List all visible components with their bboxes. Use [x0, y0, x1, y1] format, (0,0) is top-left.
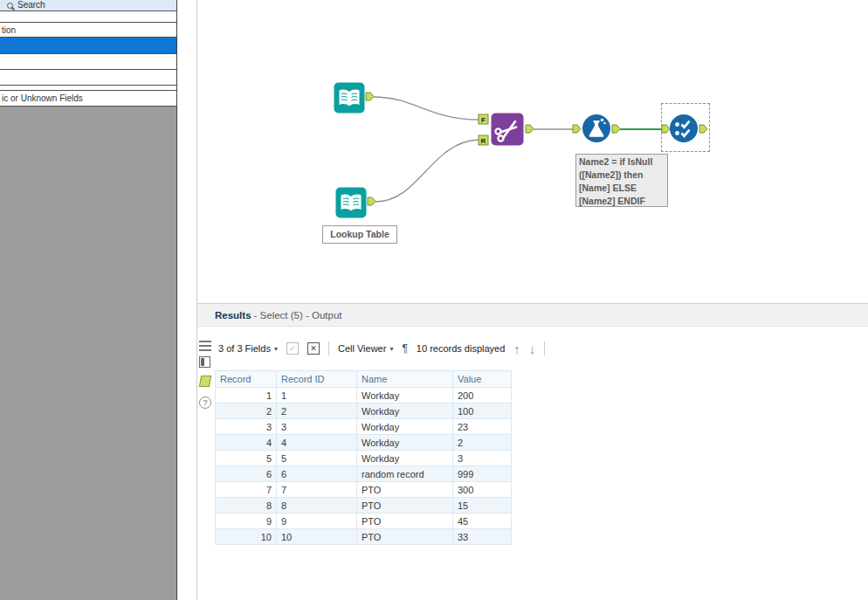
table-row[interactable]: 11Workday200 — [216, 388, 512, 403]
field-search-box[interactable]: Search — [0, 0, 176, 11]
config-disabled-area — [0, 107, 176, 600]
table-cell: PTO — [357, 498, 453, 514]
table-row[interactable]: 44Workday2 — [216, 435, 512, 451]
table-cell: 9 — [216, 514, 277, 529]
field-list-header: tion — [0, 22, 176, 38]
chevron-down-icon: ▾ — [274, 345, 278, 353]
cell-viewer-dropdown[interactable]: Cell Viewer ▾ — [338, 343, 393, 354]
book-icon — [334, 82, 365, 114]
connection-output-icon[interactable] — [199, 376, 211, 387]
unknown-fields-label: ic or Unknown Fields — [2, 93, 83, 103]
results-toolbar: 3 of 3 Fields ▾ ✓ ✕ Cell Viewer ▾ ¶ 10 r… — [218, 337, 545, 360]
table-view-icon[interactable] — [199, 339, 211, 355]
input-data-tool-2[interactable] — [335, 187, 367, 222]
column-header[interactable]: Record ID — [277, 371, 357, 388]
table-cell: Workday — [357, 403, 453, 419]
table-cell: PTO — [357, 529, 453, 545]
table-cell: 1 — [216, 388, 277, 403]
results-subtitle: - Select (5) - Output — [254, 310, 342, 321]
cell-viewer-label: Cell Viewer — [338, 343, 386, 354]
column-header[interactable]: Value — [453, 371, 512, 388]
table-cell: 8 — [216, 498, 277, 514]
table-cell: 5 — [216, 451, 277, 466]
svg-text:F: F — [481, 116, 486, 124]
table-cell: 10 — [216, 529, 277, 545]
table-cell: 2 — [277, 403, 357, 419]
table-row[interactable]: 33Workday23 — [216, 419, 512, 435]
table-cell: PTO — [357, 514, 453, 529]
table-cell: Workday — [357, 388, 453, 403]
findreplace-input-f-anchor[interactable]: F — [479, 114, 488, 124]
chevron-down-icon: ▾ — [389, 345, 393, 353]
lookup-table-annotation[interactable]: Lookup Table — [322, 225, 397, 244]
findreplace-input-r-anchor[interactable]: R — [479, 135, 488, 145]
table-cell: 5 — [277, 451, 357, 466]
arrow-up-icon[interactable]: ↑ — [513, 341, 520, 356]
formula-annotation[interactable]: Name2 = if IsNull ([Name2]) then [Name] … — [575, 154, 668, 207]
search-icon — [7, 3, 13, 9]
table-cell: 8 — [277, 498, 357, 514]
table-cell: PTO — [357, 482, 453, 498]
table-cell: 3 — [453, 451, 512, 466]
table-row[interactable]: 77PTO300 — [216, 482, 512, 498]
fields-summary-label: 3 of 3 Fields — [218, 343, 271, 354]
table-row[interactable]: 55Workday3 — [216, 451, 512, 466]
findreplace-output-anchor[interactable] — [526, 125, 534, 133]
results-header: Results - Select (5) - Output — [197, 303, 868, 327]
field-row-selected[interactable] — [0, 38, 176, 54]
alteryx-designer: F R — [0, 0, 868, 600]
table-cell: random record — [357, 466, 453, 482]
field-row[interactable] — [0, 54, 176, 70]
wire-input1-to-findreplace[interactable] — [374, 97, 479, 120]
table-cell: 7 — [277, 482, 357, 498]
column-header[interactable]: Record — [216, 371, 277, 388]
find-replace-tool[interactable] — [491, 113, 524, 149]
table-cell: 2 — [216, 403, 277, 419]
column-header[interactable]: Name — [357, 371, 453, 388]
toolbar-separator — [544, 341, 545, 355]
records-displayed-label: 10 records displayed — [417, 343, 506, 354]
table-row[interactable]: 99PTO45 — [216, 514, 512, 529]
apply-checkbox-icon[interactable]: ✓ — [286, 342, 299, 355]
table-row[interactable]: 22Workday100 — [216, 403, 512, 419]
config-panel: Search tion ic or Unknown Fields — [0, 0, 177, 600]
table-cell: 33 — [453, 529, 512, 545]
select-tool[interactable] — [669, 114, 699, 147]
input-data-tool-1[interactable] — [334, 82, 365, 117]
panel-divider[interactable] — [196, 0, 197, 600]
input1-output-anchor[interactable] — [366, 93, 374, 100]
field-row[interactable] — [0, 70, 176, 86]
formula-output-anchor[interactable] — [612, 125, 620, 133]
table-cell: 6 — [216, 466, 277, 482]
wire-input2-to-findreplace[interactable] — [375, 140, 479, 202]
field-row-unknown[interactable]: ic or Unknown Fields — [0, 91, 176, 107]
fields-dropdown[interactable]: 3 of 3 Fields ▾ — [218, 343, 278, 354]
table-cell: Workday — [357, 435, 453, 451]
table-cell: 9 — [277, 514, 357, 529]
profile-view-icon[interactable] — [199, 355, 210, 371]
help-icon[interactable]: ? — [199, 397, 211, 409]
formula-tool[interactable] — [582, 114, 611, 147]
table-row[interactable]: 1010PTO33 — [216, 529, 512, 545]
table-row[interactable]: 66random record999 — [216, 466, 512, 482]
header-fragment-label: tion — [2, 25, 16, 35]
svg-text:R: R — [481, 137, 486, 145]
results-table: RecordRecord IDNameValue 11Workday20022W… — [215, 370, 512, 545]
table-cell: Workday — [357, 419, 453, 435]
formula-input-anchor[interactable] — [573, 125, 581, 133]
input2-output-anchor[interactable] — [368, 197, 375, 205]
table-cell: 15 — [453, 498, 512, 514]
whitespace-toggle-icon[interactable]: ¶ — [402, 342, 407, 355]
table-header-row: RecordRecord IDNameValue — [216, 371, 512, 388]
table-cell: 300 — [453, 482, 512, 498]
arrow-down-icon[interactable]: ↓ — [529, 341, 536, 356]
table-cell: 45 — [453, 514, 512, 529]
scissors-icon — [491, 113, 524, 146]
table-cell: 100 — [453, 403, 512, 419]
table-row[interactable]: 88PTO15 — [216, 498, 512, 514]
table-cell: 3 — [277, 419, 357, 435]
table-cell: 10 — [277, 529, 357, 545]
table-cell: 999 — [453, 466, 512, 482]
cancel-box-icon[interactable]: ✕ — [307, 342, 320, 355]
book-icon — [335, 187, 367, 218]
